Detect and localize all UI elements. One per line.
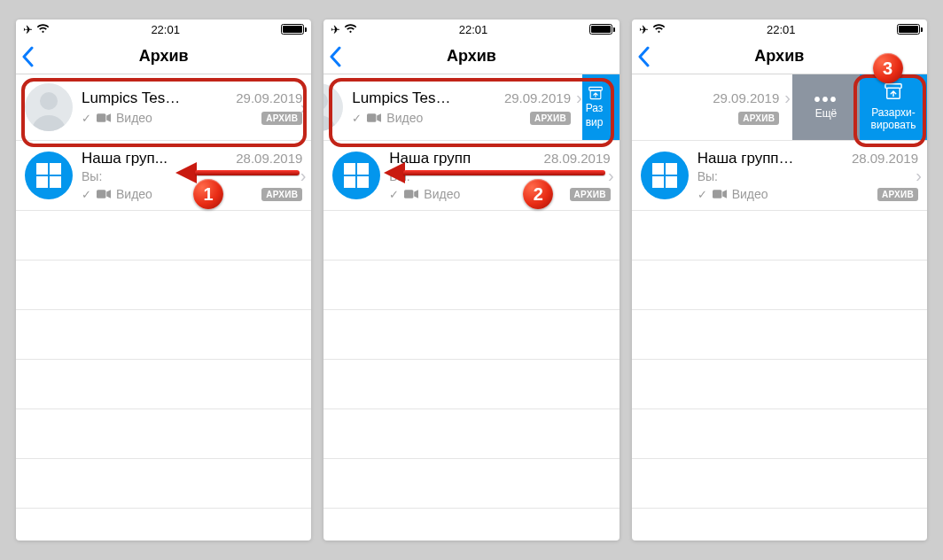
chat-name: Lumpics Tes…	[82, 89, 180, 107]
svg-rect-2	[97, 113, 105, 122]
empty-row	[323, 409, 619, 459]
archive-badge: АРХИВ	[261, 112, 302, 125]
chat-date: 28.09.2019	[236, 151, 302, 166]
archive-badge: АРХИВ	[530, 112, 571, 125]
phone-panel-1: ✈ 22:01 Архив Lumpics Tes… 29.09.2019	[16, 19, 311, 541]
empty-row	[632, 409, 927, 459]
chat-row-lumpics[interactable]: Tes… 29.09.2019 ео АРХИВ ›	[632, 74, 927, 141]
empty-row	[16, 459, 311, 509]
video-icon	[97, 189, 111, 199]
windows-logo-icon	[652, 163, 677, 188]
media-type: Видео	[424, 187, 460, 201]
svg-rect-9	[404, 190, 413, 198]
chat-list: Lumpics Tes… 29.09.2019 ✓ Видео АРХИВ ›	[16, 74, 311, 541]
phone-panel-3: ✈ 22:01 Архив Tes… 29.09.2019	[632, 19, 927, 541]
video-icon	[713, 189, 727, 199]
status-time: 22:01	[151, 23, 180, 36]
media-type: Видео	[732, 187, 768, 201]
last-sender: Вы:	[698, 169, 918, 183]
status-time: 22:01	[767, 23, 796, 36]
media-type: Видео	[116, 111, 152, 125]
back-button[interactable]	[21, 46, 34, 70]
status-bar: ✈ 22:01	[323, 19, 619, 39]
empty-row	[323, 459, 619, 509]
avatar	[332, 152, 380, 199]
archive-badge: АРХИВ	[261, 188, 302, 201]
empty-row	[16, 409, 311, 459]
back-button[interactable]	[329, 46, 341, 70]
battery-icon	[897, 24, 920, 35]
airplane-mode-icon: ✈	[331, 23, 340, 36]
empty-row	[16, 310, 311, 360]
last-sender: Вы:	[82, 169, 302, 183]
chevron-right-icon: ›	[916, 166, 922, 186]
chat-row-lumpics[interactable]: Lumpics Tes… 29.09.2019 ✓ Видео АРХИВ	[323, 74, 619, 141]
chat-row-group[interactable]: Наша групп… 28.09.2019 Вы: ✓ Видео АРХИВ…	[632, 141, 927, 211]
video-icon	[404, 189, 418, 199]
avatar	[323, 83, 343, 131]
wifi-icon	[36, 23, 50, 36]
nav-bar: Архив	[16, 39, 311, 74]
empty-row	[323, 360, 619, 409]
chat-row-group[interactable]: Наша групп 28.09.2019 Вы: ✓ Видео АРХИВ …	[323, 141, 619, 211]
chat-row-lumpics[interactable]: Lumpics Tes… 29.09.2019 ✓ Видео АРХИВ ›	[16, 74, 311, 141]
chat-row-group[interactable]: Наша груп... 28.09.2019 Вы: ✓ Видео АРХИ…	[16, 141, 311, 211]
media-type: Видео	[116, 187, 152, 201]
windows-logo-icon	[344, 163, 369, 188]
unarchive-action-peek[interactable]: Раз вир	[582, 74, 620, 140]
video-icon	[367, 113, 381, 123]
back-button[interactable]	[637, 46, 650, 70]
airplane-mode-icon: ✈	[23, 23, 33, 36]
airplane-mode-icon: ✈	[639, 23, 649, 36]
empty-row	[632, 459, 927, 509]
chat-name: Наша групп	[389, 150, 471, 167]
nav-bar: Архив	[323, 39, 619, 74]
svg-point-1	[40, 92, 58, 110]
nav-bar: Архив	[632, 39, 927, 74]
svg-rect-3	[97, 190, 105, 198]
empty-row	[323, 310, 619, 360]
svg-rect-6	[367, 113, 376, 122]
avatar	[25, 152, 73, 199]
battery-icon	[281, 24, 304, 35]
status-bar: ✈ 22:01	[16, 19, 311, 39]
chevron-right-icon: ›	[300, 166, 307, 186]
chat-date: 29.09.2019	[713, 90, 779, 105]
chat-list: Tes… 29.09.2019 ео АРХИВ ›	[632, 74, 927, 541]
chevron-right-icon: ›	[784, 87, 791, 107]
unarchive-icon	[884, 82, 903, 104]
chat-date: 29.09.2019	[504, 90, 571, 105]
empty-row	[16, 261, 311, 310]
page-title: Архив	[447, 47, 496, 66]
unarchive-action[interactable]: Разархи-вировать	[860, 74, 927, 140]
battery-icon	[589, 24, 612, 35]
chat-date: 29.09.2019	[236, 90, 302, 105]
more-action[interactable]: ••• Ещё	[792, 74, 860, 140]
windows-logo-icon	[36, 163, 61, 188]
chat-name: Наша групп…	[698, 150, 794, 167]
more-icon: •••	[814, 94, 838, 105]
avatar	[25, 83, 73, 131]
empty-row	[16, 360, 311, 409]
checkmark-icon: ✓	[352, 112, 362, 125]
last-sender: Вы:	[389, 169, 610, 183]
svg-rect-12	[713, 190, 721, 198]
chevron-right-icon: ›	[608, 166, 614, 186]
page-title: Архив	[754, 47, 804, 66]
empty-row	[323, 211, 619, 261]
archive-badge: АРХИВ	[570, 188, 611, 201]
chevron-right-icon: ›	[576, 87, 582, 107]
phone-panel-2: ✈ 22:01 Архив Lumpics Tes… 29.09.2019	[323, 19, 619, 541]
archive-badge: АРХИВ	[738, 112, 779, 125]
status-time: 22:01	[459, 23, 488, 36]
chevron-right-icon: ›	[300, 97, 307, 118]
chat-list: Lumpics Tes… 29.09.2019 ✓ Видео АРХИВ	[323, 74, 619, 541]
chat-date: 28.09.2019	[852, 151, 918, 166]
wifi-icon	[344, 23, 357, 36]
empty-row	[632, 310, 927, 360]
checkmark-icon: ✓	[82, 112, 91, 125]
page-title: Архив	[139, 47, 189, 66]
checkmark-icon: ✓	[698, 188, 707, 201]
video-icon	[97, 113, 111, 123]
checkmark-icon: ✓	[389, 188, 399, 201]
